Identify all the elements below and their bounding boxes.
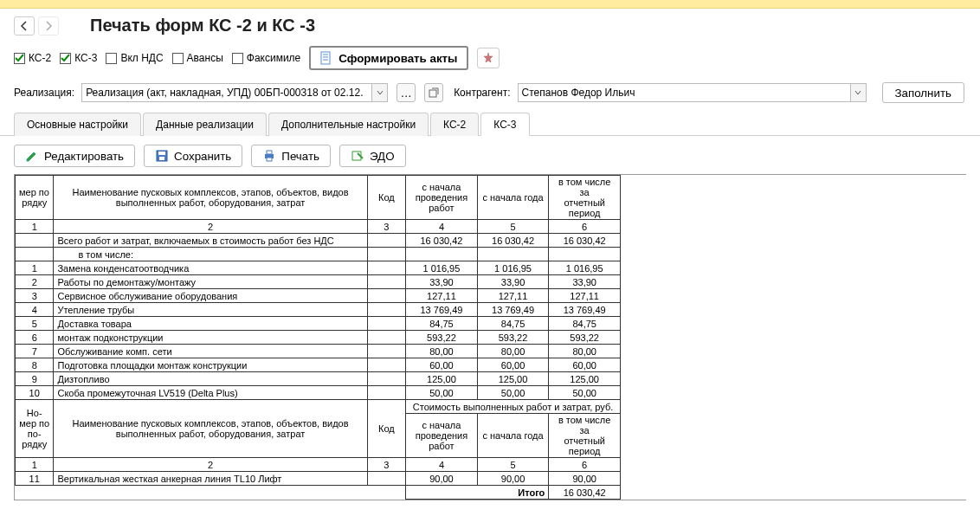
tab-ks3[interactable]: КС-3 <box>480 113 529 136</box>
svg-rect-9 <box>267 151 272 154</box>
edo-button[interactable]: ЭДО <box>339 145 406 167</box>
tab-ks2[interactable]: КС-2 <box>430 113 479 136</box>
svg-rect-6 <box>158 152 165 155</box>
form-acts-button[interactable]: Сформировать акты <box>309 46 467 70</box>
nav-back-button[interactable] <box>14 16 35 35</box>
checkbox-label: КС-2 <box>29 52 51 64</box>
header-num-row: 123456 <box>16 220 621 234</box>
table-row: 11Вертикальная жесткая анкерная линия TL… <box>16 472 621 486</box>
svg-rect-7 <box>159 157 164 160</box>
agent-input[interactable] <box>518 83 851 102</box>
open-icon <box>429 87 439 98</box>
button-label: Сформировать акты <box>338 52 457 65</box>
chevron-down-icon <box>377 89 384 96</box>
page-title: Печать форм КС -2 и КС -3 <box>90 16 315 35</box>
checkbox-label: Вкл НДС <box>120 52 163 64</box>
table-row: 2Работы по демонтажу/монтажу33,9033,9033… <box>16 275 621 289</box>
ellipsis-icon: … <box>400 87 411 100</box>
table-row: 3Сервисное обслуживание оборудования127,… <box>16 289 621 303</box>
checkbox-ks2[interactable]: КС-2 <box>14 52 51 64</box>
arrow-right-icon <box>43 21 54 31</box>
section2-header-top: Но-мер попо-рядку Наименование пусковых … <box>16 400 621 414</box>
fill-button[interactable]: Заполнить <box>882 82 964 103</box>
svg-rect-0 <box>321 52 330 64</box>
floppy-icon <box>155 149 169 163</box>
arrow-left-icon <box>19 21 29 31</box>
realization-dropdown[interactable] <box>372 83 388 102</box>
realization-input[interactable] <box>81 83 372 102</box>
document-icon <box>319 51 333 65</box>
table-row: 1Замена конденсатоотводчика1 016,951 016… <box>16 261 621 275</box>
tab-realization-data[interactable]: Данные реализации <box>143 113 267 136</box>
check-icon <box>15 54 24 63</box>
agent-dropdown[interactable] <box>851 83 867 102</box>
chevron-down-icon <box>854 89 861 96</box>
printer-icon <box>262 149 276 163</box>
nav-forward-button[interactable] <box>38 16 59 35</box>
button-label: Печать <box>281 150 319 163</box>
ks3-spreadsheet[interactable]: мер по по-рядку Наименование пусковых ко… <box>14 174 966 500</box>
agent-label: Контрагент: <box>454 87 510 99</box>
section2-num-row: 123456 <box>16 458 621 472</box>
checkbox-vkl-nds[interactable]: Вкл НДС <box>106 52 163 64</box>
realization-more-button[interactable]: … <box>397 83 416 102</box>
realization-open-button[interactable] <box>424 83 443 102</box>
table-row: 5Доставка товара84,7584,7584,75 <box>16 317 621 331</box>
check-icon <box>61 54 70 63</box>
pencil-icon <box>25 149 39 163</box>
checkbox-ks3[interactable]: КС-3 <box>60 52 97 64</box>
svg-rect-10 <box>267 158 272 161</box>
itogo-row: Итого 16 030,42 <box>16 486 621 500</box>
table-row: 6монтаж подконструкции593,22593,22593,22 <box>16 331 621 345</box>
subtotal-label-row: в том числе: <box>16 248 621 261</box>
extra-icon-button[interactable] <box>477 48 500 68</box>
print-button[interactable]: Печать <box>251 145 331 167</box>
edit-button[interactable]: Редактировать <box>14 145 135 167</box>
edo-icon <box>351 149 364 163</box>
totals-row: Всего работ и затрат, включаемых в стоим… <box>16 234 621 248</box>
checkbox-label: КС-3 <box>74 52 97 64</box>
checkbox-label: Авансы <box>187 52 223 64</box>
button-label: ЭДО <box>370 150 395 163</box>
tab-bar: Основные настройки Данные реализации Доп… <box>0 112 980 136</box>
table-row: 9Дизтопливо125,00125,00125,00 <box>16 372 621 386</box>
header-row: мер по по-рядку Наименование пусковых ко… <box>16 176 621 220</box>
realization-label: Реализация: <box>14 87 74 99</box>
button-label: Сохранить <box>174 150 231 163</box>
table-row: 4Утепление трубы13 769,4913 769,4913 769… <box>16 303 621 317</box>
checkbox-label: Факсимиле <box>247 52 301 64</box>
svg-rect-4 <box>429 90 436 97</box>
top-accent-bar <box>0 0 980 9</box>
star-icon <box>482 52 494 64</box>
table-row: 8Подготовка площадки монтаж конструкции6… <box>16 358 621 372</box>
table-row: 10Скоба промежуточная LV519 (Delta Plus)… <box>16 386 621 400</box>
save-button[interactable]: Сохранить <box>144 145 242 167</box>
tab-extra-settings[interactable]: Дополнительные настройки <box>268 113 429 136</box>
table-row: 7Обслуживание комп. сети80,0080,0080,00 <box>16 345 621 358</box>
button-label: Редактировать <box>44 150 124 163</box>
tab-main-settings[interactable]: Основные настройки <box>14 113 141 136</box>
checkbox-avansy[interactable]: Авансы <box>172 52 223 64</box>
checkbox-faksimile[interactable]: Факсимиле <box>232 52 301 64</box>
